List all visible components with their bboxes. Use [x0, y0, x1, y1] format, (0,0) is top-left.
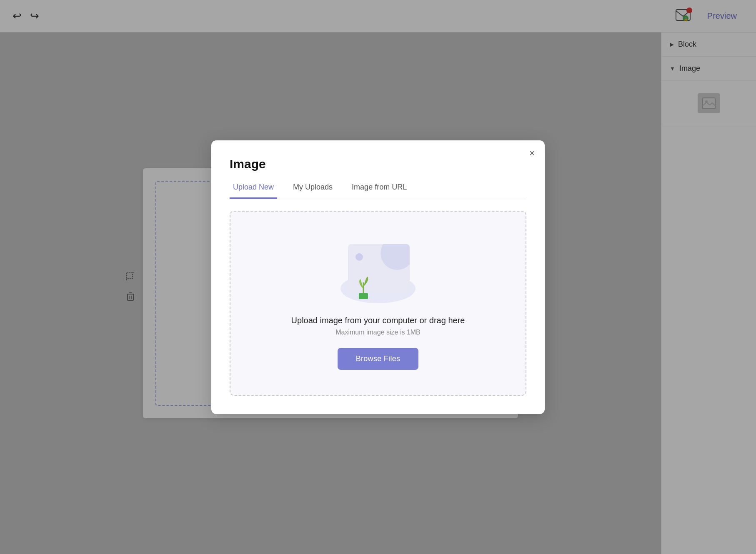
modal-tabs: Upload New My Uploads Image from URL: [230, 183, 526, 199]
upload-main-text: Upload image from your computer or drag …: [291, 316, 465, 325]
modal-overlay[interactable]: × Image Upload New My Uploads Image from…: [0, 0, 756, 554]
upload-dropzone[interactable]: Upload image from your computer or drag …: [230, 211, 526, 396]
tab-upload-new[interactable]: Upload New: [230, 183, 277, 199]
image-upload-modal: × Image Upload New My Uploads Image from…: [211, 140, 545, 414]
tab-image-from-url[interactable]: Image from URL: [348, 183, 410, 199]
plant-illustration: [352, 274, 375, 300]
tab-my-uploads[interactable]: My Uploads: [290, 183, 336, 199]
upload-sub-text: Maximum image size is 1MB: [335, 329, 421, 336]
svg-rect-13: [359, 293, 368, 299]
upload-illustration: [340, 237, 416, 303]
browse-files-button[interactable]: Browse Files: [338, 348, 419, 370]
modal-title: Image: [230, 157, 526, 171]
modal-close-button[interactable]: ×: [529, 149, 535, 158]
